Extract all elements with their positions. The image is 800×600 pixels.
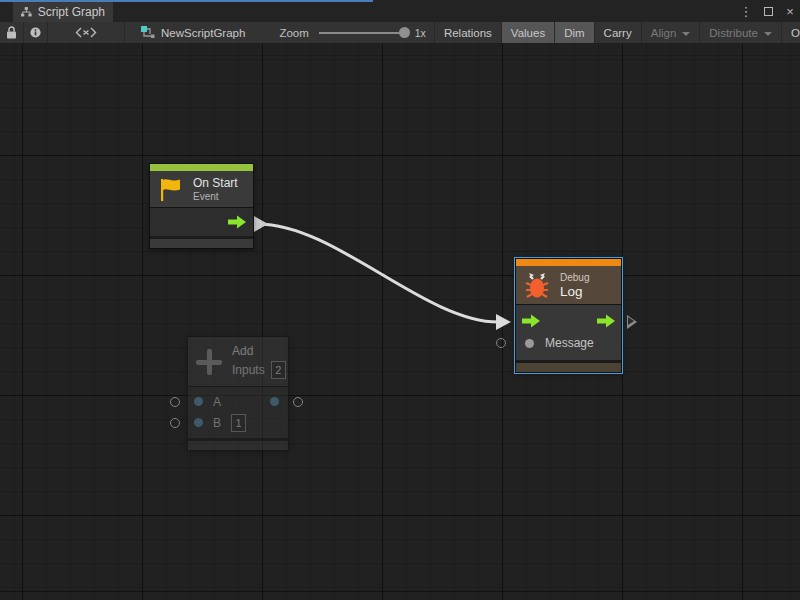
debug-log-footer: [516, 363, 621, 372]
trigger-output-port-icon[interactable]: [228, 215, 246, 229]
value-input-port-icon[interactable]: [194, 397, 203, 406]
inputs-label: Inputs: [232, 363, 265, 377]
inputs-count-field[interactable]: 2: [271, 361, 286, 379]
add-body: A B 1: [188, 387, 288, 438]
node-title: On Start: [193, 176, 238, 190]
graph-reference-button[interactable]: NewScriptGraph: [125, 22, 255, 43]
overview-button[interactable]: Overview: [782, 22, 800, 43]
trigger-input-port-icon[interactable]: [522, 314, 540, 328]
node-add[interactable]: Add Inputs 2 A B 1: [187, 336, 289, 451]
add-footer: [188, 441, 288, 450]
chevron-down-icon: [682, 32, 690, 36]
maximize-icon[interactable]: [760, 2, 776, 20]
zoom-control: Zoom 1x: [279, 22, 434, 43]
distribute-dropdown[interactable]: Distribute: [700, 22, 781, 43]
value-input-port-icon[interactable]: [194, 418, 203, 427]
add-inputs-line: Inputs 2: [232, 361, 286, 379]
window-controls: ⋮ ×: [738, 0, 798, 22]
unconnected-port-marker-icon: [170, 397, 180, 407]
zoom-value-label: 1x: [415, 27, 426, 39]
carry-button[interactable]: Carry: [595, 22, 641, 43]
tab-label: Script Graph: [38, 5, 105, 19]
debug-log-header: Debug Log: [516, 266, 621, 305]
debug-log-titles: Debug Log: [560, 272, 589, 299]
node-title: Add: [232, 344, 286, 358]
on-start-titles: On Start Event: [193, 176, 238, 202]
flow-port-row: [516, 310, 621, 332]
zoom-slider[interactable]: [319, 32, 405, 34]
on-start-footer: [150, 239, 253, 248]
code-icon: [75, 27, 97, 38]
port-b-value-field[interactable]: 1: [231, 414, 246, 432]
bug-icon: [523, 270, 551, 300]
message-port-row: Message: [516, 332, 621, 354]
relations-button[interactable]: Relations: [435, 22, 501, 43]
hierarchy-graph-icon: [21, 6, 32, 18]
unconnected-trigger-marker-icon: [627, 315, 637, 329]
info-icon: [30, 26, 41, 39]
event-color-bar: [150, 164, 253, 171]
node-debug-log[interactable]: Debug Log Message: [515, 258, 622, 373]
title-bar: Script Graph ⋮ ×: [0, 0, 800, 22]
node-title: Log: [560, 284, 589, 299]
unconnected-port-marker-icon: [496, 338, 506, 348]
zoom-label: Zoom: [279, 27, 308, 39]
port-row-b: B 1: [188, 412, 288, 433]
graph-toolbar: NewScriptGraph Zoom 1x Relations Values …: [0, 22, 800, 44]
wire-destination-arrow-icon: [496, 314, 511, 330]
debug-color-bar: [516, 259, 621, 266]
lock-icon: [6, 26, 17, 39]
add-header: Add Inputs 2: [188, 337, 288, 387]
node-on-start[interactable]: On Start Event: [149, 163, 254, 249]
lock-button[interactable]: [0, 22, 23, 43]
close-icon[interactable]: ×: [782, 2, 798, 20]
node-subtitle: Event: [193, 191, 238, 202]
menu-icon[interactable]: ⋮: [738, 2, 754, 20]
value-output-port-icon[interactable]: [270, 397, 279, 406]
plus-icon: [195, 348, 223, 376]
unconnected-port-marker-icon: [170, 418, 180, 428]
chevron-down-icon: [764, 32, 772, 36]
connection-layer: [0, 44, 800, 600]
message-port-label: Message: [545, 336, 594, 350]
node-category: Debug: [560, 272, 589, 283]
port-a-label: A: [213, 395, 221, 409]
wire-source-arrow-icon: [254, 216, 268, 232]
align-dropdown[interactable]: Align: [642, 22, 700, 43]
debug-log-body: Message: [516, 305, 621, 360]
script-graph-asset-icon: [141, 26, 155, 39]
flag-icon: [157, 176, 184, 203]
port-row-a: A: [188, 391, 288, 412]
trigger-output-port-icon[interactable]: [597, 314, 615, 328]
info-button[interactable]: [24, 22, 47, 43]
connection-wire[interactable]: [258, 224, 498, 322]
add-titles: Add Inputs 2: [232, 344, 286, 379]
distribute-label: Distribute: [709, 27, 758, 39]
value-input-port-icon[interactable]: [525, 339, 534, 348]
maximize-box: [764, 7, 773, 16]
dim-button[interactable]: Dim: [555, 22, 593, 43]
graph-name-label: NewScriptGraph: [161, 27, 245, 39]
port-b-label: B: [213, 416, 221, 430]
unconnected-port-marker-icon: [293, 397, 303, 407]
zoom-slider-handle[interactable]: [399, 27, 410, 38]
on-start-body: [150, 208, 253, 236]
values-button[interactable]: Values: [502, 22, 554, 43]
on-start-header: On Start Event: [150, 171, 253, 208]
tab-script-graph[interactable]: Script Graph: [13, 2, 113, 22]
align-label: Align: [651, 27, 677, 39]
edit-graph-button[interactable]: [48, 22, 124, 43]
graph-canvas[interactable]: On Start Event: [0, 44, 800, 600]
script-graph-window: Script Graph ⋮ ×: [0, 0, 800, 600]
